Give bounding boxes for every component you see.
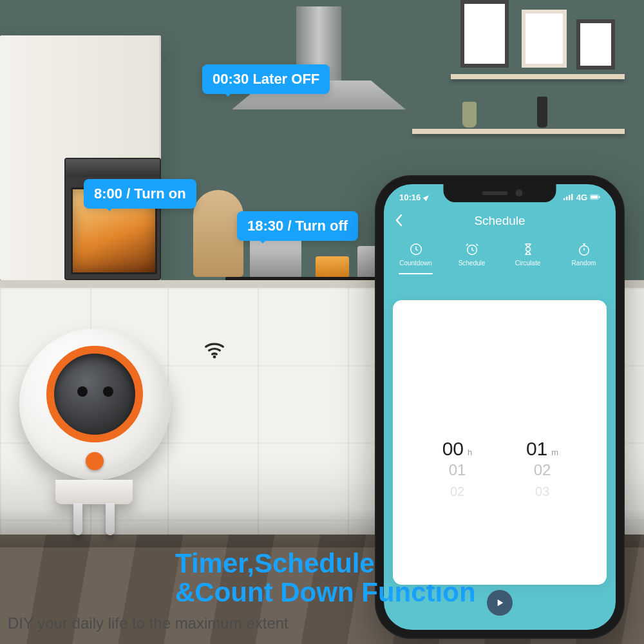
hourglass-icon	[521, 242, 535, 256]
alarm-icon	[465, 242, 479, 256]
tab-countdown[interactable]: Countdown	[388, 242, 444, 267]
tab-random[interactable]: Random	[556, 242, 612, 267]
callout-schedule-on: 8:00 / Turn on	[84, 179, 196, 209]
minutes-column[interactable]: 01 m 02 03	[513, 438, 571, 507]
play-icon	[495, 598, 505, 608]
svg-rect-6	[591, 196, 598, 199]
clock-icon	[409, 242, 423, 256]
app-header: Schedule Countdown Schedule Circulate	[384, 210, 616, 294]
plug-power-button	[86, 452, 104, 470]
tab-circulate[interactable]: Circulate	[500, 242, 556, 267]
signal-icon	[564, 193, 574, 201]
wifi-icon	[202, 335, 227, 361]
time-picker[interactable]: 00 h 01 02 01 m 02 03	[428, 438, 571, 507]
bottle	[537, 97, 547, 128]
back-button[interactable]	[394, 214, 403, 231]
page-title: Schedule	[384, 210, 616, 228]
subheadline: DIY your daily life to the maximum exten…	[8, 614, 289, 632]
picture-frame	[522, 10, 567, 68]
callout-timer-off: 00:30 Later OFF	[202, 64, 330, 94]
tab-schedule[interactable]: Schedule	[444, 242, 500, 267]
svg-rect-7	[599, 196, 600, 198]
wall-shelf	[412, 129, 625, 134]
cutting-board	[193, 190, 243, 277]
callout-schedule-off: 18:30 / Turn off	[237, 211, 358, 241]
oven	[64, 158, 161, 280]
svg-rect-4	[571, 194, 573, 200]
status-time: 10:16	[399, 193, 430, 202]
phone-mockup: 10:16 4G Schedule	[375, 175, 625, 639]
countdown-card: 00 h 01 02 01 m 02 03	[393, 300, 607, 585]
picture-frame	[576, 19, 615, 70]
svg-point-0	[213, 355, 216, 359]
pot	[316, 256, 349, 277]
status-carrier: 4G	[576, 193, 587, 202]
vase	[462, 102, 477, 128]
smart-plug	[6, 325, 193, 544]
stopwatch-icon	[577, 242, 591, 256]
svg-rect-3	[569, 195, 570, 200]
picture-frame	[460, 0, 509, 68]
svg-rect-1	[564, 198, 565, 200]
wall-shelf	[451, 74, 625, 79]
start-button[interactable]	[487, 590, 513, 616]
svg-rect-2	[566, 196, 567, 200]
phone-notch	[444, 184, 556, 202]
hours-column[interactable]: 00 h 01 02	[428, 438, 486, 507]
battery-icon	[590, 193, 600, 201]
